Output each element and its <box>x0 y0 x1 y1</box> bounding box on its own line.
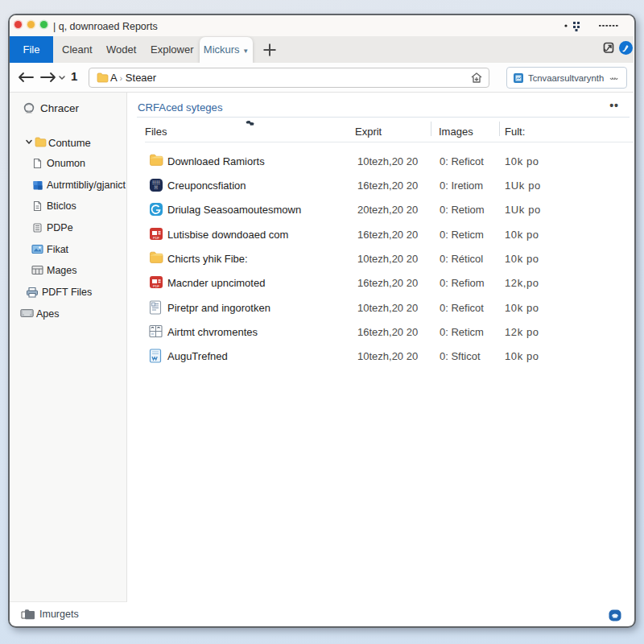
svg-text:PDF: PDF <box>153 235 160 239</box>
svg-text:PDF: PDF <box>153 284 160 288</box>
svg-text:☵: ☵ <box>155 185 159 190</box>
